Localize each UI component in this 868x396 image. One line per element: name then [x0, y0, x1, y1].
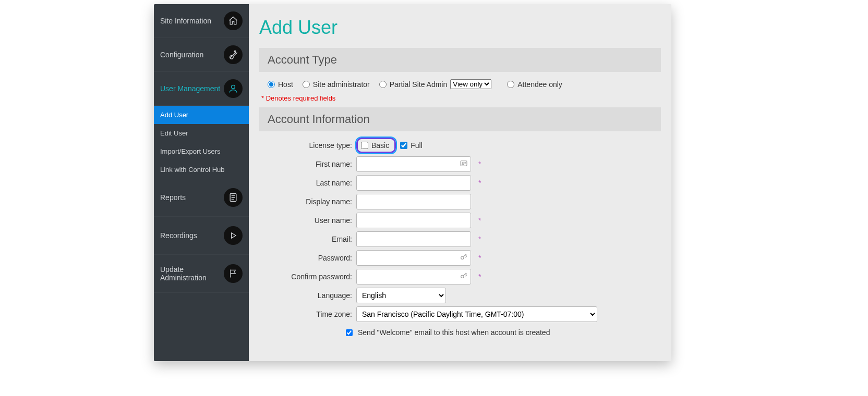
- sidebar-item-recordings[interactable]: Recordings: [154, 217, 249, 255]
- checkbox-license-full[interactable]: Full: [400, 141, 423, 150]
- sidebar-item-configuration[interactable]: Configuration: [154, 38, 249, 72]
- row-user-name: User name: *: [259, 213, 661, 228]
- sidebar-item-reports[interactable]: Reports: [154, 179, 249, 217]
- document-icon: [224, 188, 243, 207]
- label-license-type: License type:: [259, 141, 356, 150]
- row-time-zone: Time zone: San Francisco (Pacific Daylig…: [259, 306, 661, 322]
- checkbox-license-basic-input[interactable]: [361, 142, 368, 149]
- sidebar-submenu-user-management: Add User Edit User Import/Export Users L…: [154, 106, 249, 179]
- radio-attendee-only-label: Attendee only: [517, 80, 562, 89]
- row-send-welcome: Send "Welcome" email to this host when a…: [259, 328, 661, 337]
- checkbox-license-full-input[interactable]: [400, 142, 407, 149]
- key-icon[interactable]: [460, 272, 468, 282]
- account-type-row: Host Site administrator Partial Site Adm…: [259, 72, 661, 94]
- last-name-input[interactable]: [356, 175, 471, 191]
- checkbox-license-full-label: Full: [411, 141, 423, 150]
- required-star: *: [478, 254, 481, 262]
- sidebar-label: Site Information: [160, 17, 224, 25]
- label-first-name: First name:: [259, 160, 356, 168]
- svg-rect-3: [461, 161, 467, 166]
- required-star: *: [478, 235, 481, 243]
- sidebar-subitem-import-export-users[interactable]: Import/Export Users: [154, 142, 249, 160]
- svg-marker-2: [232, 233, 236, 238]
- sidebar-subitem-link-control-hub[interactable]: Link with Control Hub: [154, 160, 249, 179]
- row-confirm-password: Confirm password: *: [259, 269, 661, 284]
- required-star: *: [478, 273, 481, 281]
- label-user-name: User name:: [259, 216, 356, 225]
- highlight-basic-license: Basic: [356, 138, 396, 153]
- radio-attendee-only[interactable]: Attendee only: [507, 80, 562, 89]
- section-header-account-information: Account Information: [259, 107, 661, 131]
- sidebar-label: Update Administration: [160, 265, 224, 282]
- checkbox-license-basic[interactable]: Basic: [361, 141, 389, 150]
- language-select[interactable]: English: [356, 288, 446, 303]
- user-icon: [224, 79, 243, 98]
- flag-icon: [224, 264, 243, 283]
- radio-partial-site-admin-label: Partial Site Admin: [390, 80, 448, 89]
- email-input[interactable]: [356, 231, 471, 247]
- radio-partial-site-admin[interactable]: Partial Site Admin View only: [379, 79, 492, 89]
- svg-point-5: [461, 256, 464, 259]
- label-display-name: Display name:: [259, 197, 356, 206]
- row-password: Password: *: [259, 250, 661, 266]
- main-content: Add User Account Type Host Site administ…: [249, 4, 671, 361]
- sidebar: Site Information Configuration User Mana…: [154, 4, 249, 361]
- required-note: * Denotes required fields: [259, 94, 661, 107]
- radio-host-label: Host: [278, 80, 293, 89]
- required-star: *: [478, 216, 481, 225]
- sidebar-subitem-edit-user[interactable]: Edit User: [154, 124, 249, 142]
- label-email: Email:: [259, 235, 356, 243]
- partial-site-admin-select[interactable]: View only: [450, 79, 491, 89]
- row-license-type: License type: Basic Full: [259, 138, 661, 153]
- sidebar-item-update-administration[interactable]: Update Administration: [154, 255, 249, 293]
- user-name-input[interactable]: [356, 213, 471, 228]
- required-star: *: [478, 179, 481, 187]
- sidebar-item-site-information[interactable]: Site Information: [154, 4, 249, 38]
- home-icon: [224, 11, 243, 30]
- tools-icon: [224, 45, 243, 64]
- confirm-password-input[interactable]: [356, 269, 471, 284]
- row-language: Language: English: [259, 288, 661, 303]
- sidebar-label: Recordings: [160, 231, 224, 240]
- first-name-input[interactable]: [356, 156, 471, 172]
- display-name-input[interactable]: [356, 194, 471, 209]
- account-info-form: License type: Basic Full First name: [259, 131, 661, 337]
- checkbox-license-basic-label: Basic: [371, 141, 389, 150]
- radio-partial-site-admin-input[interactable]: [379, 81, 387, 88]
- row-email: Email: *: [259, 231, 661, 247]
- svg-point-0: [232, 85, 235, 89]
- radio-host[interactable]: Host: [268, 80, 293, 89]
- radio-site-admin[interactable]: Site administrator: [303, 80, 370, 89]
- sidebar-label: User Management: [160, 84, 224, 93]
- sidebar-label: Configuration: [160, 51, 224, 59]
- label-last-name: Last name:: [259, 179, 356, 187]
- sidebar-label: Reports: [160, 193, 224, 202]
- label-confirm-password: Confirm password:: [259, 273, 356, 281]
- password-input[interactable]: [356, 250, 471, 266]
- page-title: Add User: [259, 17, 661, 39]
- contact-card-icon: [460, 159, 468, 169]
- label-password: Password:: [259, 254, 356, 262]
- row-first-name: First name: *: [259, 156, 661, 172]
- key-icon[interactable]: [460, 253, 468, 263]
- radio-site-admin-input[interactable]: [303, 81, 310, 88]
- label-language: Language:: [259, 291, 356, 300]
- required-star: *: [478, 160, 481, 168]
- label-time-zone: Time zone:: [259, 310, 356, 318]
- section-header-account-type: Account Type: [259, 48, 661, 72]
- row-last-name: Last name: *: [259, 175, 661, 191]
- app-window: Site Information Configuration User Mana…: [154, 4, 671, 361]
- svg-point-6: [461, 275, 464, 278]
- row-display-name: Display name:: [259, 194, 661, 209]
- radio-host-input[interactable]: [268, 81, 275, 88]
- play-icon: [224, 226, 243, 245]
- sidebar-subitem-add-user[interactable]: Add User: [154, 106, 249, 124]
- send-welcome-checkbox[interactable]: [346, 329, 353, 336]
- radio-attendee-only-input[interactable]: [507, 81, 514, 88]
- sidebar-item-user-management[interactable]: User Management: [154, 72, 249, 106]
- svg-point-4: [462, 163, 464, 164]
- send-welcome-label: Send "Welcome" email to this host when a…: [358, 328, 550, 337]
- radio-site-admin-label: Site administrator: [313, 80, 370, 89]
- time-zone-select[interactable]: San Francisco (Pacific Daylight Time, GM…: [356, 306, 597, 322]
